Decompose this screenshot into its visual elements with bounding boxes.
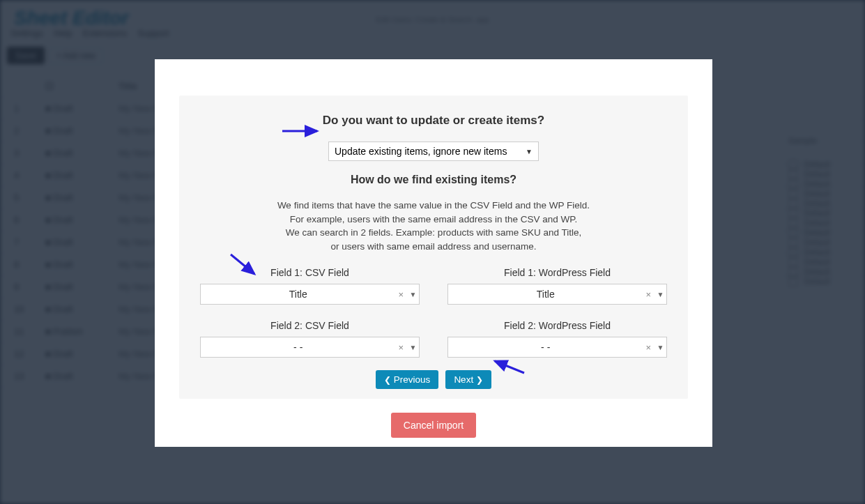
- select-wp2[interactable]: - - × ▼: [447, 337, 667, 358]
- label-wp1: Field 1: WordPress Field: [447, 267, 667, 278]
- label-csv1: Field 1: CSV Field: [200, 267, 420, 278]
- select-csv1[interactable]: Title × ▼: [200, 284, 420, 305]
- description-text: We find items that have the same value i…: [200, 199, 667, 253]
- chevron-down-icon: ▼: [406, 291, 419, 298]
- chevron-right-icon: ❯: [476, 375, 483, 385]
- clear-icon[interactable]: ×: [643, 342, 654, 353]
- label-csv2: Field 2: CSV Field: [200, 320, 420, 331]
- previous-label: Previous: [394, 374, 431, 385]
- select-wp1[interactable]: Title × ▼: [447, 284, 667, 305]
- cancel-import-button[interactable]: Cancel import: [391, 413, 476, 438]
- import-modal: Do you want to update or create items? U…: [155, 59, 712, 447]
- heading-update-create: Do you want to update or create items?: [200, 114, 667, 128]
- chevron-down-icon: ▼: [406, 344, 419, 351]
- select-csv2-value: - -: [201, 342, 395, 353]
- update-create-select[interactable]: Update existing items, ignore new items …: [328, 142, 539, 161]
- dropdown-icon: ▼: [526, 148, 533, 155]
- clear-icon[interactable]: ×: [643, 289, 654, 300]
- next-button[interactable]: Next ❯: [445, 370, 491, 389]
- next-label: Next: [454, 374, 473, 385]
- clear-icon[interactable]: ×: [395, 342, 406, 353]
- clear-icon[interactable]: ×: [395, 289, 406, 300]
- chevron-left-icon: ❮: [384, 375, 391, 385]
- select-wp1-value: Title: [448, 289, 643, 300]
- select-csv1-value: Title: [201, 289, 395, 300]
- select-wp2-value: - -: [448, 342, 643, 353]
- inner-panel: Do you want to update or create items? U…: [179, 96, 688, 399]
- label-wp2: Field 2: WordPress Field: [447, 320, 667, 331]
- chevron-down-icon: ▼: [654, 344, 666, 351]
- chevron-down-icon: ▼: [654, 291, 666, 298]
- update-create-value: Update existing items, ignore new items: [335, 146, 507, 157]
- heading-find-existing: How do we find existing items?: [200, 174, 667, 186]
- select-csv2[interactable]: - - × ▼: [200, 337, 420, 358]
- previous-button[interactable]: ❮ Previous: [376, 370, 439, 389]
